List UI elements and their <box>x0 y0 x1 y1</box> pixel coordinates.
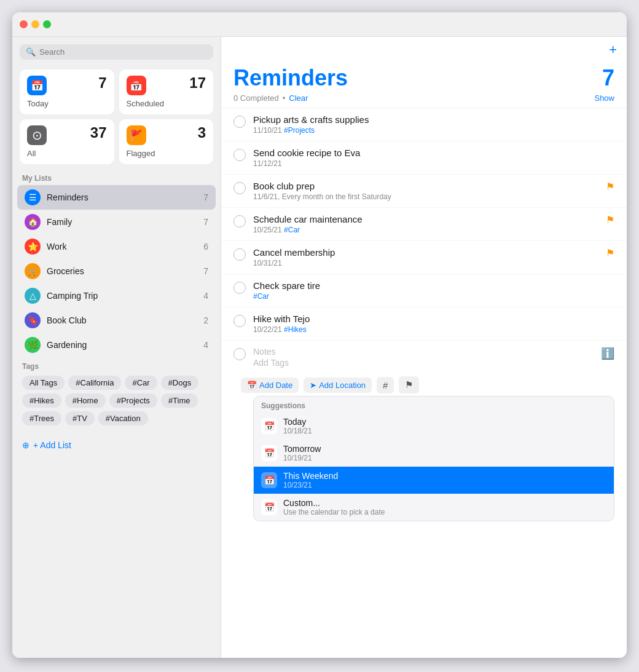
sidebar-item-work[interactable]: ⭐ Work 6 <box>17 234 216 259</box>
suggestion-cal-icon-tomorrow: 📅 <box>261 445 277 461</box>
tags-section: Tags All Tags #California #Car #Dogs #Hi… <box>12 357 221 430</box>
reminder-tag-1[interactable]: #Projects <box>284 126 315 135</box>
suggestion-today-text: Today 10/18/21 <box>283 417 312 435</box>
tag-tv[interactable]: #TV <box>65 411 95 425</box>
tag-california[interactable]: #California <box>68 376 121 390</box>
today-label: Today <box>27 99 107 108</box>
reminder-tag-6[interactable]: #Car <box>253 292 269 301</box>
reminder-title-4: Schedule car maintenance <box>253 214 598 224</box>
suggestion-today[interactable]: 📅 Today 10/18/21 <box>254 413 614 440</box>
reminders-name: Reminders <box>47 192 197 202</box>
add-list-button[interactable]: ⊕ + Add List <box>12 435 221 455</box>
reminder-tag-7[interactable]: #Hikes <box>284 325 307 334</box>
smart-card-today-header: 📅 7 <box>27 76 107 95</box>
reminder-item: Hike with Tejo 10/22/21 #Hikes <box>221 307 627 341</box>
tag-dogs[interactable]: #Dogs <box>161 376 199 390</box>
notes-placeholder: Notes <box>253 347 594 357</box>
sidebar-item-groceries[interactable]: 🛒 Groceries 7 <box>17 259 216 283</box>
tag-vacation[interactable]: #Vacation <box>98 411 148 425</box>
tag-time[interactable]: #Time <box>161 393 198 408</box>
add-date-button[interactable]: 📅 Add Date <box>241 378 299 393</box>
family-icon: 🏠 <box>25 214 41 230</box>
reminder-title-6: Check spare tire <box>253 280 614 291</box>
camping-icon: △ <box>25 288 41 304</box>
reminder-flag-5: ⚑ <box>606 247 614 259</box>
clear-link[interactable]: Clear <box>289 93 308 103</box>
sidebar-item-bookclub[interactable]: 🔖 Book Club 2 <box>17 308 216 333</box>
reminder-circle-3[interactable] <box>233 182 246 194</box>
flagged-count: 3 <box>198 125 206 140</box>
show-link[interactable]: Show <box>594 93 614 103</box>
maximize-button[interactable] <box>43 20 51 28</box>
search-box[interactable]: 🔍 <box>20 44 213 60</box>
suggestion-tomorrow[interactable]: 📅 Tomorrow 10/19/21 <box>254 440 614 467</box>
close-button[interactable] <box>20 20 28 28</box>
tag-projects[interactable]: #Projects <box>109 393 157 408</box>
sidebar-item-family[interactable]: 🏠 Family 7 <box>17 210 216 234</box>
family-count: 7 <box>203 217 208 227</box>
tag-car[interactable]: #Car <box>125 376 157 390</box>
smart-card-all-header: ⊙ 37 <box>27 125 107 145</box>
reminder-circle-1[interactable] <box>233 116 246 128</box>
reminders-count: 7 <box>203 192 208 202</box>
bookclub-count: 2 <box>203 315 208 325</box>
reminder-body-7: Hike with Tejo 10/22/21 #Hikes <box>253 314 614 334</box>
reminder-circle-7[interactable] <box>233 315 246 327</box>
reminder-subtitle-5: 10/31/21 <box>253 259 598 267</box>
list-total: 7 <box>602 65 614 91</box>
add-flag-button[interactable]: ⚑ <box>399 376 419 393</box>
flagged-icon: 🚩 <box>127 125 146 145</box>
smart-card-flagged[interactable]: 🚩 3 Flagged <box>119 119 214 164</box>
camping-count: 4 <box>203 291 208 301</box>
dot-separator: • <box>283 93 286 103</box>
sidebar: 🔍 📅 7 Today 📅 17 <box>12 37 221 658</box>
suggestion-cal-icon-today: 📅 <box>261 418 277 434</box>
reminder-circle-5[interactable] <box>233 248 246 261</box>
suggestion-weekend-text: This Weekend 10/23/21 <box>283 471 338 489</box>
sidebar-item-camping[interactable]: △ Camping Trip 4 <box>17 283 216 308</box>
reminder-subtitle-7: 10/22/21 #Hikes <box>253 325 614 334</box>
smart-card-scheduled-header: 📅 17 <box>127 76 206 95</box>
groceries-count: 7 <box>203 266 208 276</box>
info-icon[interactable]: ℹ️ <box>601 347 614 360</box>
add-reminder-button[interactable]: + <box>609 42 617 58</box>
new-reminder-area: Notes Add Tags <box>253 347 594 368</box>
tag-hikes[interactable]: #Hikes <box>22 393 61 408</box>
tag-trees[interactable]: #Trees <box>22 411 61 425</box>
add-list-icon: ⊕ <box>22 440 29 450</box>
tag-all-tags[interactable]: All Tags <box>22 376 65 390</box>
reminder-tag-4[interactable]: #Car <box>284 226 300 234</box>
toolbar-row: 📅 Add Date ➤ Add Location # ⚑ <box>221 374 627 396</box>
add-tag-button[interactable]: # <box>377 377 394 393</box>
reminder-circle-6[interactable] <box>233 282 246 294</box>
reminder-subtitle-3: 11/6/21, Every month on the first Saturd… <box>253 192 598 201</box>
smart-card-all[interactable]: ⊙ 37 All <box>20 119 114 164</box>
suggestion-custom[interactable]: 📅 Custom... Use the calendar to pick a d… <box>254 494 614 521</box>
smart-card-today[interactable]: 📅 7 Today <box>20 69 114 114</box>
work-count: 6 <box>203 242 208 251</box>
reminder-circle-4[interactable] <box>233 215 246 227</box>
main-layout: 🔍 📅 7 Today 📅 17 <box>12 37 627 658</box>
sidebar-item-gardening[interactable]: 🌿 Gardening 4 <box>17 333 216 357</box>
search-input[interactable] <box>39 47 207 57</box>
suggestions-header: Suggestions <box>254 397 614 413</box>
sidebar-item-reminders[interactable]: ☰ Reminders 7 <box>17 185 216 210</box>
suggestion-this-weekend[interactable]: 📅 This Weekend 10/23/21 <box>254 467 614 494</box>
main-content: + Reminders 7 0 Completed • Clear Show <box>221 37 627 658</box>
add-location-button[interactable]: ➤ Add Location <box>304 378 372 393</box>
reminder-body-2: Send cookie recipe to Eva 11/12/21 <box>253 148 614 168</box>
all-count: 37 <box>90 125 107 140</box>
smart-card-scheduled[interactable]: 📅 17 Scheduled <box>119 69 214 114</box>
suggestion-custom-sub: Use the calendar to pick a date <box>283 508 385 516</box>
suggestion-cal-icon-custom: 📅 <box>261 499 277 515</box>
location-icon: ➤ <box>310 381 316 390</box>
suggestion-tomorrow-text: Tomorrow 10/19/21 <box>283 444 321 462</box>
minimize-button[interactable] <box>31 20 39 28</box>
reminders-icon: ☰ <box>25 189 41 205</box>
tag-home[interactable]: #Home <box>65 393 106 408</box>
add-tags-placeholder: Add Tags <box>253 358 594 368</box>
suggestion-custom-text: Custom... Use the calendar to pick a dat… <box>283 498 385 516</box>
calendar-icon: 📅 <box>247 381 257 390</box>
reminder-circle-2[interactable] <box>233 149 246 161</box>
reminder-item: Check spare tire #Car <box>221 274 627 307</box>
